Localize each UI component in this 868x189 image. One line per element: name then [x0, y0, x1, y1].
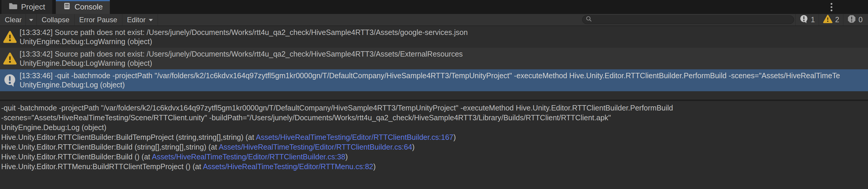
warning-icon — [0, 26, 20, 48]
detail-text: -scenes="Assets/HiveRealTimeTesting/Scen… — [1, 113, 611, 122]
warning-count-toggle[interactable]: 2 — [819, 14, 843, 26]
log-level-filters: 1 2 0 — [795, 14, 868, 26]
detail-text: -quit -batchmode -projectPath "/var/fold… — [1, 104, 673, 112]
search-input[interactable] — [595, 16, 791, 24]
clear-button-label: Clear — [5, 16, 22, 24]
log-list: [13:33:42] Source path does not exist: /… — [0, 26, 868, 100]
log-message: [13:33:42] Source path does not exist: /… — [20, 28, 868, 37]
log-message: [13:33:46] -quit -batchmode -projectPath… — [20, 71, 868, 80]
kebab-menu-icon[interactable] — [827, 1, 837, 13]
log-count: 1 — [811, 15, 815, 24]
collapse-button[interactable]: Collapse — [37, 14, 74, 26]
clear-button[interactable]: Clear — [0, 14, 26, 26]
stack-trace-link[interactable]: Assets/HiveRealTimeTesting/Editor/RTTCli… — [219, 143, 412, 151]
console-search-box[interactable] — [582, 15, 794, 24]
detail-text: Hive.Unity.Editor.RTTClientBuilder:Build… — [1, 153, 152, 161]
detail-line: Hive.Unity.Editor.RTTClientBuilder:Build… — [1, 142, 868, 152]
console-icon — [63, 2, 71, 12]
tab-console[interactable]: Console — [56, 0, 110, 14]
stack-trace-link[interactable]: Assets/HiveRealTimeTesting/Editor/RTTCli… — [256, 133, 454, 141]
toolbar-spacer — [158, 14, 582, 26]
error-pause-button[interactable]: Error Pause — [74, 14, 122, 26]
folder-icon — [9, 2, 18, 12]
collapse-button-label: Collapse — [41, 16, 69, 24]
log-count-toggle[interactable]: 1 — [795, 14, 819, 26]
detail-line: -quit -batchmode -projectPath "/var/fold… — [1, 103, 868, 113]
detail-line: Hive.Unity.Editor.RTTMenu:BuildRTTClient… — [1, 162, 868, 172]
tab-console-label: Console — [74, 2, 103, 11]
log-bubble-icon — [0, 69, 20, 91]
detail-text: UnityEngine.Debug:Log (object) — [1, 123, 106, 131]
editor-dropdown-label: Editor — [127, 16, 146, 24]
console-toolbar: Clear Collapse Error Pause Editor — [0, 14, 868, 26]
log-entry-text: [13:33:42] Source path does not exist: /… — [20, 26, 868, 48]
warning-count: 2 — [835, 15, 839, 24]
error-count: 0 — [859, 15, 863, 24]
error-octagon-icon — [847, 14, 856, 25]
tab-project-label: Project — [21, 2, 45, 11]
detail-line: Hive.Unity.Editor.RTTClientBuilder:Build… — [1, 133, 868, 142]
detail-text: ) — [412, 143, 414, 151]
chevron-down-icon — [149, 19, 153, 21]
tab-bar: Project Console — [0, 0, 868, 14]
detail-text: ) — [453, 133, 456, 141]
log-bubble-icon — [799, 14, 808, 25]
tab-project[interactable]: Project — [1, 0, 52, 14]
log-entry-text: [13:33:46] -quit -batchmode -projectPath… — [20, 69, 868, 91]
detail-line: UnityEngine.Debug:Log (object) — [1, 123, 868, 133]
error-pause-button-label: Error Pause — [79, 16, 117, 24]
detail-line: -scenes="Assets/HiveRealTimeTesting/Scen… — [1, 113, 868, 123]
error-count-toggle[interactable]: 0 — [843, 14, 868, 26]
chevron-down-icon — [29, 19, 33, 21]
log-callsite: UnityEngine.Debug:LogWarning (object) — [20, 59, 868, 68]
detail-text: ) — [345, 153, 348, 161]
warning-icon — [0, 48, 20, 69]
stack-trace-link[interactable]: Assets/HiveRealTimeTesting/Editor/RTTCli… — [152, 153, 345, 161]
detail-text: Hive.Unity.Editor.RTTClientBuilder:Build… — [1, 133, 256, 141]
detail-text: Hive.Unity.Editor.RTTClientBuilder:Build… — [1, 143, 219, 151]
log-entry[interactable]: [13:33:46] -quit -batchmode -projectPath… — [0, 69, 868, 91]
editor-dropdown-button[interactable]: Editor — [122, 14, 158, 26]
detail-text: Hive.Unity.Editor.RTTMenu:BuildRTTClient… — [1, 162, 203, 171]
stack-trace-link[interactable]: Assets/HiveRealTimeTesting/Editor/RTTMen… — [203, 162, 373, 171]
search-icon — [585, 15, 592, 24]
warning-triangle-icon — [823, 14, 833, 25]
log-detail-pane[interactable]: -quit -batchmode -projectPath "/var/fold… — [0, 101, 868, 189]
clear-dropdown-button[interactable] — [26, 14, 37, 26]
log-callsite: UnityEngine.Debug:Log (object) — [20, 80, 868, 89]
log-message: [13:33:42] Source path does not exist: /… — [20, 49, 868, 59]
log-callsite: UnityEngine.Debug:LogWarning (object) — [20, 37, 868, 46]
log-entry[interactable]: [13:33:42] Source path does not exist: /… — [0, 26, 868, 48]
log-entry-text: [13:33:42] Source path does not exist: /… — [20, 48, 868, 69]
log-entry[interactable]: [13:33:42] Source path does not exist: /… — [0, 48, 868, 69]
detail-line: Hive.Unity.Editor.RTTClientBuilder:Build… — [1, 152, 868, 162]
detail-text: ) — [373, 162, 375, 171]
